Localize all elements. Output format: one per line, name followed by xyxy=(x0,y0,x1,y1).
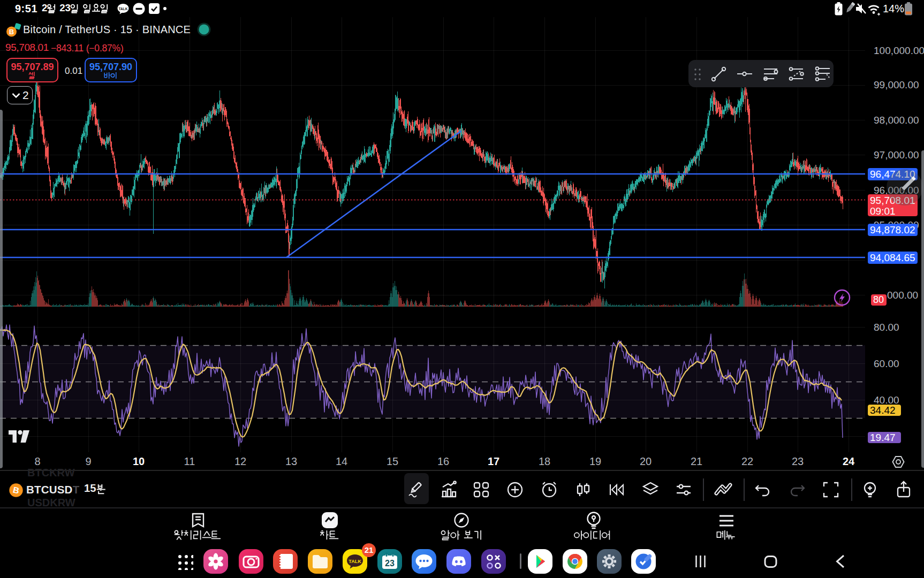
svg-text:15: 15 xyxy=(84,482,96,494)
svg-text:TALK: TALK xyxy=(349,559,361,564)
svg-text:2: 2 xyxy=(42,2,47,13)
svg-text:23: 23 xyxy=(59,2,71,13)
svg-text:23: 23 xyxy=(385,559,395,568)
svg-text:TALK: TALK xyxy=(119,7,128,11)
svg-text:B: B xyxy=(9,28,14,36)
